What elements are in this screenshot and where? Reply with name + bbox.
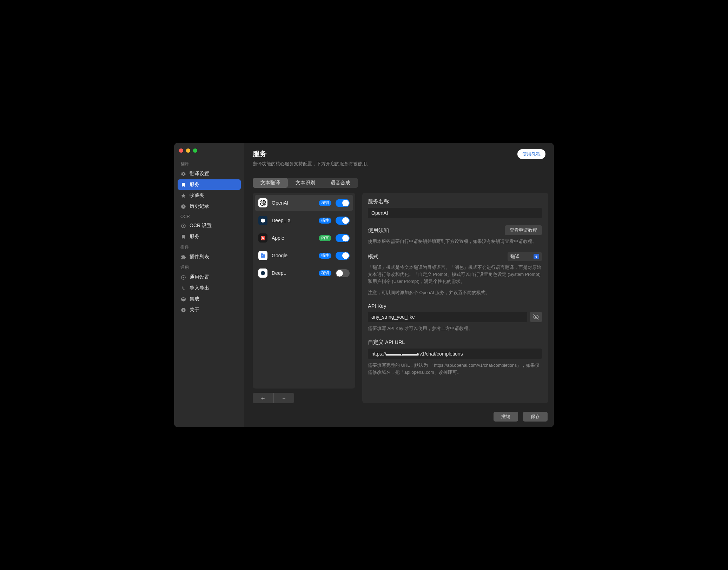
sidebar-item-label: 历史记录 [190, 203, 209, 210]
service-toggle[interactable] [336, 217, 350, 225]
select-caret-icon [534, 254, 539, 259]
apikey-label: API Key [368, 303, 542, 309]
bookmark-icon [180, 182, 186, 187]
view-tutorial-button[interactable]: 查看申请教程 [505, 225, 542, 235]
sidebar-item-label: 服务 [190, 181, 199, 188]
settings-window: 翻译翻译设置服务收藏夹历史记录OCROCR 设置服务插件插件列表通用通用设置导入… [174, 143, 554, 427]
sidebar-item-收藏夹[interactable]: 收藏夹 [178, 190, 241, 201]
service-item-OpenAI[interactable]: OpenAI秘钥 [255, 195, 353, 211]
service-badge: 秘钥 [319, 200, 331, 206]
sidebar-item-导入导出[interactable]: 导入导出 [178, 283, 241, 293]
target-icon [180, 223, 186, 228]
tabs: 文本翻译文本识别语音合成 [253, 178, 358, 188]
apikey-input[interactable] [368, 312, 527, 322]
sidebar-item-通用设置[interactable]: 通用设置 [178, 272, 241, 283]
service-column: OpenAI秘钥⬢DeepL X插件🅰️Apple内置Google插件DeepL… [253, 193, 355, 403]
sidebar-item-label: 导入导出 [190, 285, 209, 291]
eye-off-icon [533, 314, 539, 320]
service-detail: 服务名称 使用须知 查看申请教程 使用本服务需要自行申请秘钥并填写到下方设置项，… [362, 193, 548, 403]
mode-value: 翻译 [510, 253, 519, 260]
puzzle-icon [180, 254, 186, 260]
footer: 撤销 保存 [244, 408, 554, 427]
tutorial-button[interactable]: 使用教程 [517, 149, 545, 159]
svg-point-1 [183, 225, 184, 226]
mode-help: 「翻译」模式是将文本翻译为目标语言。「润色」模式不会进行语言翻译，而是对原始文本… [368, 264, 542, 285]
star-icon [180, 193, 186, 198]
mode-label: 模式 [368, 253, 378, 260]
close-window[interactable] [179, 148, 183, 153]
sidebar-item-label: OCR 设置 [190, 223, 212, 229]
service-item-DeepL X[interactable]: ⬢DeepL X插件 [255, 212, 353, 228]
sidebar-section-label: OCR [178, 212, 241, 220]
sidebar: 翻译翻译设置服务收藏夹历史记录OCROCR 设置服务插件插件列表通用通用设置导入… [174, 143, 244, 427]
bookmark-icon [180, 234, 186, 239]
page-title: 服务 [253, 149, 371, 159]
sidebar-section-label: 翻译 [178, 159, 241, 168]
add-service-button[interactable]: ＋ [253, 393, 273, 403]
service-toggle[interactable] [336, 199, 350, 207]
svg-point-3 [183, 277, 184, 278]
deepl-icon [258, 269, 267, 278]
info-icon [180, 307, 186, 313]
tab-语音合成[interactable]: 语音合成 [323, 178, 358, 188]
service-badge: 秘钥 [319, 270, 331, 276]
service-name-label: DeepL X [272, 218, 315, 223]
google-icon [258, 251, 267, 260]
sidebar-item-label: 翻译设置 [190, 171, 209, 177]
minimize-window[interactable] [186, 148, 190, 153]
sidebar-item-服务[interactable]: 服务 [178, 179, 241, 190]
service-name-input[interactable] [368, 208, 542, 218]
service-toggle[interactable] [336, 234, 350, 242]
openai-icon [258, 198, 267, 207]
service-item-DeepL[interactable]: DeepL秘钥 [255, 265, 353, 281]
maximize-window[interactable] [193, 148, 197, 153]
notice-help: 使用本服务需要自行申请秘钥并填写到下方设置项，如果没有秘钥请查看申请教程。 [368, 238, 542, 245]
toggle-visibility-button[interactable] [530, 312, 542, 322]
service-badge: 内置 [319, 235, 331, 241]
gear-icon [180, 171, 186, 177]
sidebar-item-服务[interactable]: 服务 [178, 231, 241, 242]
apiurl-help: 需要填写完整的 URL，默认为 「https://api.openai.com/… [368, 362, 542, 376]
service-badge: 插件 [319, 253, 331, 259]
sidebar-item-label: 通用设置 [190, 274, 209, 280]
sidebar-item-label: 服务 [190, 233, 199, 240]
sidebar-item-集成[interactable]: 集成 [178, 294, 241, 304]
tab-文本翻译[interactable]: 文本翻译 [253, 178, 288, 188]
sidebar-section-label: 通用 [178, 263, 241, 272]
sidebar-item-关于[interactable]: 关于 [178, 305, 241, 315]
service-name-label: DeepL [272, 270, 315, 276]
cube-icon [180, 296, 186, 302]
service-name-label: Google [272, 253, 315, 258]
mode-select[interactable]: 翻译 [508, 252, 542, 261]
apple-icon: 🅰️ [258, 233, 267, 243]
service-toggle[interactable] [336, 269, 350, 277]
save-button[interactable]: 保存 [523, 412, 548, 422]
page-subtitle: 翻译功能的核心服务支持配置，下方开启的服务将被使用。 [253, 161, 371, 167]
sidebar-item-插件列表[interactable]: 插件列表 [178, 252, 241, 262]
service-list: OpenAI秘钥⬢DeepL X插件🅰️Apple内置Google插件DeepL… [253, 193, 355, 389]
tab-文本识别[interactable]: 文本识别 [288, 178, 323, 188]
sidebar-section-label: 插件 [178, 242, 241, 252]
service-name-label: OpenAI [272, 200, 315, 206]
service-name-label: Apple [272, 235, 315, 241]
notice-label: 使用须知 [368, 227, 389, 234]
sidebar-item-翻译设置[interactable]: 翻译设置 [178, 168, 241, 179]
sidebar-item-label: 关于 [190, 307, 199, 313]
body: OpenAI秘钥⬢DeepL X插件🅰️Apple内置Google插件DeepL… [244, 193, 554, 408]
apiurl-input[interactable] [368, 349, 542, 359]
service-toggle[interactable] [336, 252, 350, 260]
cancel-button[interactable]: 撤销 [494, 412, 518, 422]
apiurl-label: 自定义 API URL [368, 339, 542, 346]
window-controls [178, 147, 241, 159]
target-icon [180, 274, 186, 280]
sidebar-item-label: 集成 [190, 296, 199, 302]
sidebar-item-历史记录[interactable]: 历史记录 [178, 201, 241, 212]
clock-icon [180, 204, 186, 209]
service-badge: 插件 [319, 218, 331, 224]
service-item-Apple[interactable]: 🅰️Apple内置 [255, 230, 353, 246]
add-remove-bar: ＋ － [253, 393, 294, 403]
sidebar-item-OCR 设置[interactable]: OCR 设置 [178, 220, 241, 231]
service-item-Google[interactable]: Google插件 [255, 247, 353, 264]
remove-service-button[interactable]: － [274, 393, 294, 403]
sidebar-sections: 翻译翻译设置服务收藏夹历史记录OCROCR 设置服务插件插件列表通用通用设置导入… [178, 159, 241, 315]
